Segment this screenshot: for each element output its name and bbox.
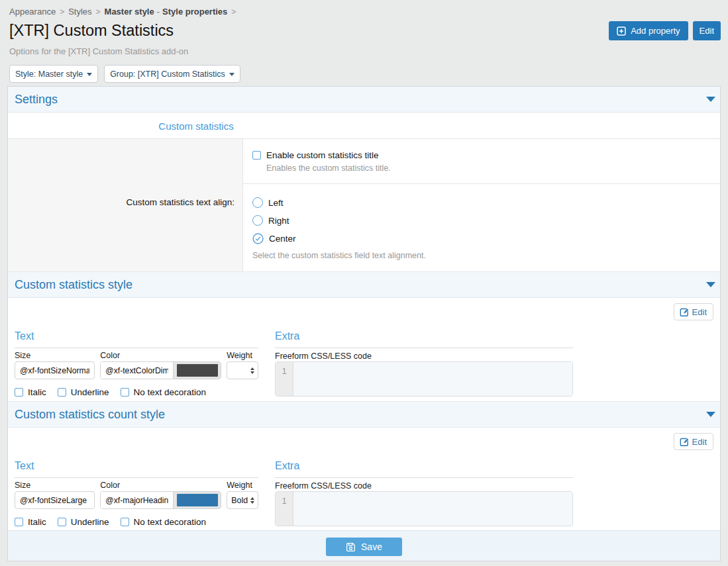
enable-title-hint: Enables the custom statistics title. bbox=[266, 164, 707, 173]
breadcrumb-separator: > bbox=[231, 7, 236, 17]
save-button[interactable]: Save bbox=[326, 538, 402, 556]
enable-custom-statistics-title-checkbox[interactable]: Enable custom statistics title bbox=[252, 150, 707, 160]
checkbox-icon[interactable] bbox=[58, 388, 66, 397]
italic-checkbox[interactable]: Italic bbox=[15, 517, 46, 527]
edit-button[interactable]: Edit bbox=[693, 21, 721, 40]
form-row-text-align: Custom statistics text align: Left Right… bbox=[8, 183, 720, 271]
form-row-enable-title: Enable custom statistics title Enables t… bbox=[8, 139, 720, 183]
chevron-down-icon bbox=[706, 412, 715, 417]
pencil-square-icon bbox=[680, 437, 690, 447]
row-label-cell bbox=[8, 139, 243, 183]
row-label-cell: Custom statistics text align: bbox=[8, 183, 243, 271]
color-swatch-button[interactable] bbox=[173, 362, 221, 379]
color-label: Color bbox=[100, 481, 221, 490]
no-text-decoration-checkbox[interactable]: No text decoration bbox=[121, 517, 207, 527]
size-label: Size bbox=[15, 481, 95, 490]
form-footer: Save bbox=[8, 530, 720, 561]
text-align-hint: Select the custom statistics field text … bbox=[252, 251, 707, 260]
custom-statistics-style-body: Edit Text Size Color bbox=[8, 298, 720, 401]
weight-select[interactable] bbox=[227, 361, 258, 379]
floppy-disk-icon bbox=[346, 542, 356, 552]
text-group-heading: Text bbox=[15, 461, 258, 478]
caret-down-icon bbox=[87, 73, 92, 76]
chevron-down-icon bbox=[706, 97, 715, 102]
checkbox-icon[interactable] bbox=[15, 518, 23, 526]
size-input[interactable] bbox=[15, 491, 95, 509]
edit-style-button[interactable]: Edit bbox=[674, 303, 713, 320]
pencil-square-icon bbox=[680, 307, 690, 317]
chevron-down-icon bbox=[706, 282, 715, 287]
breadcrumb-appearance[interactable]: Appearance bbox=[9, 7, 56, 17]
style-properties-block: Settings Custom statistics Enable custom… bbox=[7, 86, 721, 561]
color-swatch bbox=[177, 494, 218, 506]
checkbox-icon[interactable] bbox=[121, 518, 129, 526]
radio-icon[interactable] bbox=[252, 197, 263, 208]
up-down-arrows-icon bbox=[250, 367, 254, 374]
section-header-custom-statistics-style[interactable]: Custom statistics style bbox=[8, 271, 720, 298]
page-title: [XTR] Custom Statistics bbox=[9, 21, 174, 40]
weight-select[interactable]: Bold bbox=[227, 491, 258, 509]
breadcrumb-style-properties[interactable]: Style properties bbox=[162, 7, 227, 17]
color-input[interactable] bbox=[101, 492, 173, 508]
breadcrumb-master-style[interactable]: Master style bbox=[105, 7, 154, 17]
breadcrumb-styles[interactable]: Styles bbox=[68, 7, 91, 17]
editor-content[interactable] bbox=[293, 362, 572, 396]
color-label: Color bbox=[100, 351, 221, 360]
text-align-center-radio[interactable]: Center bbox=[252, 233, 707, 244]
page-header: Appearance>Styles>Master style-Style pro… bbox=[0, 0, 728, 83]
italic-checkbox[interactable]: Italic bbox=[15, 387, 46, 397]
breadcrumb: Appearance>Styles>Master style-Style pro… bbox=[9, 7, 721, 17]
custom-statistics-count-style-body: Edit Text Size Color bbox=[8, 428, 720, 530]
editor-line-number: 1 bbox=[276, 362, 293, 396]
breadcrumb-separator: > bbox=[96, 7, 101, 17]
section-header-custom-statistics-count-style[interactable]: Custom statistics count style bbox=[8, 401, 720, 428]
radio-checked-icon[interactable] bbox=[252, 233, 264, 244]
checkbox-icon[interactable] bbox=[121, 388, 129, 397]
text-group-heading: Text bbox=[15, 331, 258, 348]
css-code-editor[interactable]: 1 bbox=[275, 361, 573, 397]
breadcrumb-separator: > bbox=[60, 7, 64, 17]
radio-icon[interactable] bbox=[252, 215, 263, 226]
css-code-editor[interactable]: 1 bbox=[275, 491, 573, 526]
page-subtitle: Options for the [XTR] Custom Statistics … bbox=[9, 46, 721, 56]
no-text-decoration-checkbox[interactable]: No text decoration bbox=[121, 387, 207, 397]
underline-checkbox[interactable]: Underline bbox=[58, 387, 109, 397]
section-header-settings[interactable]: Settings bbox=[8, 87, 720, 113]
edit-count-style-button[interactable]: Edit bbox=[674, 433, 713, 450]
plus-square-icon bbox=[617, 26, 626, 36]
caret-down-icon bbox=[229, 73, 234, 76]
text-align-left-radio[interactable]: Left bbox=[252, 197, 707, 208]
size-input[interactable] bbox=[15, 361, 95, 379]
group-selector[interactable]: Group: [XTR] Custom Statistics bbox=[104, 65, 240, 83]
style-selector[interactable]: Style: Master style bbox=[9, 65, 98, 83]
underline-checkbox[interactable]: Underline bbox=[58, 517, 109, 527]
checkbox-icon[interactable] bbox=[58, 518, 66, 526]
up-down-arrows-icon bbox=[250, 497, 254, 504]
freeform-css-label: Freeform CSS/LESS code bbox=[275, 352, 573, 361]
extra-group-heading: Extra bbox=[275, 461, 573, 478]
weight-label: Weight bbox=[227, 351, 258, 360]
freeform-css-label: Freeform CSS/LESS code bbox=[275, 481, 573, 491]
checkbox-icon[interactable] bbox=[15, 388, 23, 397]
breadcrumb-dash: - bbox=[157, 7, 160, 17]
size-label: Size bbox=[15, 351, 95, 360]
editor-content[interactable] bbox=[293, 492, 572, 526]
extra-group-heading: Extra bbox=[275, 331, 573, 348]
weight-label: Weight bbox=[227, 481, 258, 490]
add-property-button[interactable]: Add property bbox=[609, 21, 688, 40]
color-input[interactable] bbox=[101, 362, 173, 379]
subheader-custom-statistics: Custom statistics bbox=[8, 113, 720, 139]
text-align-right-radio[interactable]: Right bbox=[252, 215, 707, 226]
editor-line-number: 1 bbox=[276, 492, 293, 526]
color-swatch-button[interactable] bbox=[173, 492, 221, 508]
checkbox-icon[interactable] bbox=[252, 151, 261, 160]
color-swatch bbox=[177, 364, 218, 377]
